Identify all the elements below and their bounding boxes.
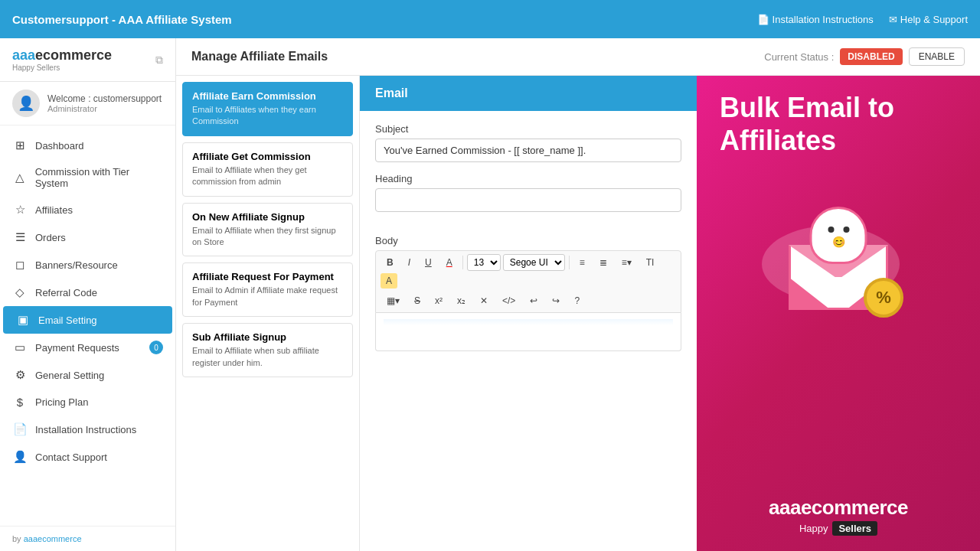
logo: aaaecommerce Happy Sellers [12, 47, 112, 72]
installation-link[interactable]: 📄 Installation Instructions [757, 14, 874, 25]
help-link[interactable]: ✉ Help & Support [889, 14, 968, 25]
document-icon: 📄 [757, 14, 769, 25]
promo-panel: Bulk Email toAffiliates [697, 76, 980, 551]
promo-sellers-badge: Sellers [832, 521, 877, 536]
pricing-icon: $ [12, 396, 28, 409]
dashboard-icon: ⊞ [12, 139, 28, 152]
toolbar-separator-2 [569, 256, 570, 269]
status-label: Current Status : [764, 51, 834, 63]
sidebar-item-support[interactable]: 👤 Contact Support [0, 443, 175, 471]
underline-button[interactable]: U [419, 254, 438, 271]
affiliates-icon: ☆ [12, 203, 28, 217]
user-role: Administrator [47, 104, 162, 113]
sidebar-item-general[interactable]: ⚙ General Setting [0, 361, 175, 389]
promo-logo-text: aaaecommerce [769, 496, 908, 519]
subject-input[interactable] [375, 139, 681, 162]
code-button[interactable]: </> [496, 292, 521, 309]
text-direction-button[interactable]: TI [640, 254, 661, 271]
mail-icon: ✉ [889, 14, 897, 25]
app-title: Customersupport - AAA Affiliate System [12, 13, 757, 26]
help-button[interactable]: ? [568, 292, 586, 309]
page-title: Manage Affiliate Emails [191, 50, 328, 64]
promo-headline: Bulk Email toAffiliates [712, 91, 894, 157]
avatar: 👤 [12, 90, 40, 117]
orders-icon: ☰ [12, 230, 28, 244]
editor-header: Email [360, 76, 697, 111]
sidebar: aaaecommerce Happy Sellers ⧉ 👤 Welcome :… [0, 38, 176, 551]
email-card-signup[interactable]: On New Affiliate Signup Email to Affilia… [182, 203, 353, 257]
status-badge: DISABLED [840, 48, 902, 65]
footer-brand-link[interactable]: aaaecommerce [24, 534, 82, 543]
payment-badge: 0 [149, 341, 163, 354]
bold-button[interactable]: B [381, 254, 400, 271]
sidebar-item-referral[interactable]: ◇ Referral Code [0, 279, 175, 306]
editor-fields: Subject Heading [360, 111, 697, 235]
bullet-list-button[interactable]: ≡ [573, 254, 591, 271]
numbered-list-button[interactable]: ≣ [593, 254, 613, 271]
card-desc: Email to Affiliate when sub affiliate re… [192, 345, 343, 369]
content-area: Manage Affiliate Emails Current Status :… [176, 38, 980, 551]
status-area: Current Status : DISABLED ENABLE [764, 47, 965, 66]
toolbar-separator [462, 256, 463, 269]
sidebar-item-orders[interactable]: ☰ Orders [0, 223, 175, 251]
card-title: Affiliate Request For Payment [192, 271, 343, 282]
card-title: Affiliate Earn Commission [192, 90, 343, 102]
superscript-button[interactable]: x² [429, 292, 449, 309]
card-title: Sub Affiliate Signup [192, 331, 343, 343]
sidebar-item-pricing[interactable]: $ Pricing Plan [0, 389, 175, 416]
heading-field-group: Heading [375, 173, 681, 212]
top-nav-links: 📄 Installation Instructions ✉ Help & Sup… [757, 14, 968, 25]
subscript-button[interactable]: x₂ [451, 292, 472, 309]
redo-button[interactable]: ↪ [546, 292, 566, 309]
card-desc: Email to Affiliate when they get commiss… [192, 165, 343, 188]
footer-prefix: by [12, 534, 21, 543]
font-color-button[interactable]: A [440, 254, 459, 271]
coin-badge: % [864, 278, 903, 318]
sidebar-item-dashboard[interactable]: ⊞ Dashboard [0, 132, 175, 159]
table-button[interactable]: ▦▾ [381, 292, 406, 309]
card-title: Affiliate Get Commission [192, 151, 343, 162]
email-illustration: 😊 % [754, 172, 923, 325]
sidebar-menu: ⊞ Dashboard △ Commission with Tier Syste… [0, 126, 175, 526]
body-label: Body [360, 235, 697, 246]
subject-field-group: Subject [375, 123, 681, 162]
sidebar-item-affiliates[interactable]: ☆ Affiliates [0, 196, 175, 223]
card-desc: Email to Affiliate when they first signu… [192, 225, 343, 249]
email-card-payment[interactable]: Affiliate Request For Payment Email to A… [182, 262, 353, 317]
undo-button[interactable]: ↩ [524, 292, 544, 309]
align-button[interactable]: ≡▾ [616, 254, 638, 271]
highlight-button[interactable]: A [381, 273, 397, 289]
top-navigation: Customersupport - AAA Affiliate System 📄… [0, 0, 980, 38]
strikethrough-button[interactable]: S [408, 292, 426, 309]
subject-label: Subject [375, 123, 681, 135]
content-header: Manage Affiliate Emails Current Status :… [176, 38, 980, 76]
card-desc: Email to Admin if Affiliate make request… [192, 285, 343, 308]
external-link-icon[interactable]: ⧉ [155, 54, 163, 67]
remove-format-button[interactable]: ✕ [474, 292, 494, 309]
font-family-select[interactable]: Segoe UI Arial [503, 254, 565, 271]
banners-icon: ◻ [12, 258, 28, 272]
font-size-select[interactable]: 13 14 16 [467, 254, 501, 271]
email-icon: ▣ [15, 313, 31, 327]
card-title: On New Affiliate Signup [192, 211, 343, 223]
support-icon: 👤 [12, 450, 28, 464]
install-icon: 📄 [12, 422, 28, 436]
email-card-subaffiliate[interactable]: Sub Affiliate Signup Email to Affiliate … [182, 323, 353, 377]
sidebar-item-email[interactable]: ▣ Email Setting [3, 306, 172, 334]
email-card-get[interactable]: Affiliate Get Commission Email to Affili… [182, 142, 353, 197]
promo-logo-area: aaaecommerce Happy Sellers [769, 496, 908, 536]
sidebar-item-installation[interactable]: 📄 Installation Instructions [0, 416, 175, 443]
heading-label: Heading [375, 173, 681, 184]
content-body: Affiliate Earn Commission Email to Affil… [176, 76, 980, 551]
sidebar-item-commission[interactable]: △ Commission with Tier System [0, 159, 175, 196]
sidebar-item-banners[interactable]: ◻ Banners/Resource [0, 251, 175, 279]
email-card-earn[interactable]: Affiliate Earn Commission Email to Affil… [182, 82, 353, 136]
italic-button[interactable]: I [402, 254, 416, 271]
welcome-text: Welcome : customersupport [47, 93, 162, 104]
enable-button[interactable]: ENABLE [909, 47, 965, 66]
editor-body-input[interactable] [375, 313, 681, 351]
sidebar-footer: by aaaecommerce [0, 526, 175, 551]
email-list-panel: Affiliate Earn Commission Email to Affil… [176, 76, 360, 551]
sidebar-item-payment[interactable]: ▭ Payment Requests 0 [0, 334, 175, 361]
heading-input[interactable] [375, 188, 681, 212]
